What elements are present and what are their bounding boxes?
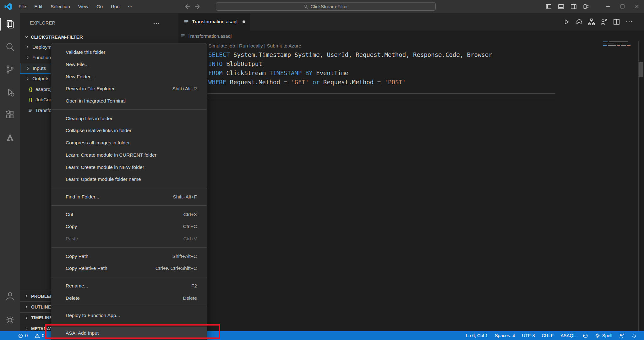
menu-item-copy-path[interactable]: Copy PathShift+Alt+C [51,250,207,262]
share-profile-icon[interactable] [600,18,608,25]
vscode-logo-icon [4,3,12,11]
activity-settings[interactable] [0,309,20,331]
gear-icon [595,333,600,338]
status-ln-6-col-1[interactable]: Ln 6, Col 1 [462,331,491,340]
status-mask[interactable] [579,331,592,340]
menu-item-copy[interactable]: CopyCtrl+C [51,220,207,233]
menu-item-compress-all-images-in-folder[interactable]: Compress all images in folder [51,137,207,149]
minimap[interactable] [603,42,630,46]
chevron-right-icon [25,66,30,71]
menu-selection[interactable]: Selection [46,0,74,13]
activity-search[interactable] [0,36,20,58]
close-button[interactable] [630,0,644,13]
menu-item-learn-create-module-in-new-folder[interactable]: Learn: Create module in NEW folder [51,161,207,173]
menu-separator [51,107,207,112]
hierarchy-icon[interactable] [588,18,595,25]
menubar: FileEditSelectionViewGoRun⋯ [14,0,137,13]
tab-label: Transformation.asaql [192,19,237,25]
tab-bar: Transformation.asaql [178,13,644,31]
cloud-upload-icon[interactable] [575,18,582,25]
activity-extensions[interactable] [0,103,20,126]
menu-item-label: New File... [66,62,89,67]
modified-dot-icon[interactable] [243,20,245,23]
activity-azure[interactable] [0,126,20,149]
menu-item-copy-relative-path[interactable]: Copy Relative PathCtrl+K Ctrl+Shift+C [51,262,207,275]
menu-item-collapse-relative-links-in-folder[interactable]: Collapse relative links in folder [51,125,207,137]
context-menu: Validate this folderNew File...New Folde… [51,43,207,340]
menu-item-shortcut: Ctrl+K Ctrl+Shift+C [156,265,197,271]
back-arrow-icon[interactable] [183,3,190,10]
close-icon [634,4,640,9]
menu-item-cleanup-files-in-folder[interactable]: Cleanup files in folder [51,112,207,125]
menu-item-deploy-to-function-app[interactable]: Deploy to Function App... [51,309,207,322]
codelens-links[interactable]: Simulate job | Run locally | Submit to A… [208,41,492,50]
run-icon[interactable] [563,18,570,25]
menu-go[interactable]: Go [92,0,107,13]
toggle-secondary-sidebar-button[interactable] [567,0,580,13]
chevron-right-icon [24,326,29,331]
menu-item-learn-create-module-in-current-folder[interactable]: Learn: Create module in CURRENT folder [51,149,207,161]
tree-item-label: Functions [32,55,53,60]
menu-[interactable]: ⋯ [124,0,137,13]
menu-run[interactable]: Run [107,0,124,13]
command-center-label: ClickStream-Filter [310,4,348,9]
menu-view[interactable]: View [74,0,92,13]
menu-item-reveal-in-file-explorer[interactable]: Reveal in File ExplorerShift+Alt+R [51,83,207,95]
menu-item-label: Reveal in File Explorer [66,86,115,92]
minimize-button[interactable] [601,0,615,13]
status-bell[interactable] [628,331,640,340]
tab-transformation-asaql[interactable]: Transformation.asaql [178,13,250,31]
menu-item-validate-this-folder[interactable]: Validate this folder [51,46,207,59]
status-spaces-4[interactable]: Spaces: 4 [491,331,519,340]
status-error-count[interactable]: 0 [14,331,31,340]
menu-item-label: Rename... [66,283,88,289]
menu-file[interactable]: File [14,0,30,13]
menu-item-new-file[interactable]: New File... [51,59,207,71]
menu-item-delete[interactable]: DeleteDelete [51,292,207,304]
menu-item-label: New Folder... [66,74,94,80]
menu-item-cut[interactable]: CutCtrl+X [51,208,207,220]
activity-explorer[interactable] [0,13,20,36]
menu-item-learn-update-module-folder-name[interactable]: Learn: Update module folder name [51,173,207,186]
split-editor-icon[interactable] [613,18,620,25]
menu-item-open-in-integrated-terminal[interactable]: Open in Integrated Terminal [51,95,207,107]
status-label: Spaces: 4 [495,333,515,338]
menu-item-new-folder[interactable]: New Folder... [51,70,207,83]
menu-item-find-in-folder[interactable]: Find in Folder...Shift+Alt+F [51,191,207,203]
menu-separator [51,186,207,191]
status-asaql[interactable]: ASAQL [557,331,579,340]
status-label: CRLF [542,333,554,338]
menu-item-paste: PasteCtrl+V [51,233,207,245]
scrollbar-thumb[interactable] [639,62,643,77]
code-line: FROM ClickStream TIMESTAMP BY EventTime [208,69,492,78]
activity-run-and-debug[interactable] [0,81,20,103]
menu-item-label: Cut [66,212,73,217]
workspace-root-row[interactable]: CLICKSTREAM-FILTER [20,33,178,41]
menu-item-label: Compress all images in folder [66,140,130,146]
status-person-share[interactable] [616,331,628,340]
command-center[interactable]: ClickStream-Filter [216,2,436,11]
activity-account[interactable] [0,285,20,307]
more-actions-icon[interactable] [625,18,633,25]
status-spell[interactable]: Spell [592,331,616,340]
customize-layout-button[interactable] [580,0,592,13]
menu-edit[interactable]: Edit [30,0,46,13]
menu-item-label: Collapse relative links in folder [66,128,131,133]
status-crlf[interactable]: CRLF [538,331,557,340]
menu-item-label: Learn: Create module in CURRENT folder [66,152,156,158]
more-actions-icon[interactable] [153,20,160,27]
breadcrumb[interactable]: Transformation.asaql [178,31,644,41]
toggle-panel-button[interactable] [555,0,567,13]
forward-arrow-icon[interactable] [194,3,201,10]
status-utf-8[interactable]: UTF-8 [518,331,538,340]
account-icon [5,291,15,301]
activity-source-control[interactable] [0,58,20,81]
maximize-button[interactable] [615,0,630,13]
menu-item-shortcut: Shift+Alt+C [172,254,197,259]
code-area[interactable]: Simulate job | Run locally | Submit to A… [208,41,492,87]
toggle-sidebar-button[interactable] [542,0,555,13]
menu-separator [51,275,207,280]
annotation-red-box [45,324,220,339]
menu-item-rename[interactable]: Rename...F2 [51,280,207,292]
person-share-icon [619,333,625,338]
